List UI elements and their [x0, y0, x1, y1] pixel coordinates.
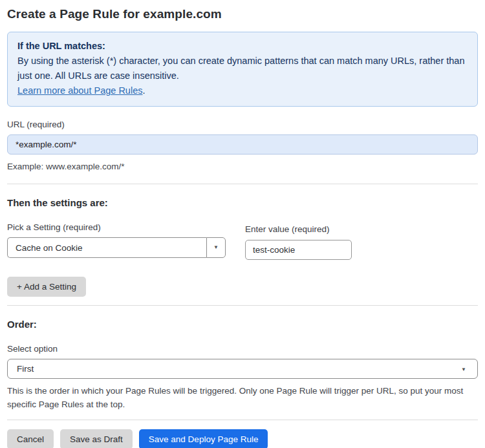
save-as-draft-button[interactable]: Save as Draft: [60, 429, 133, 448]
chevron-down-icon: ▼: [461, 367, 466, 372]
add-setting-button[interactable]: + Add a Setting: [7, 277, 86, 297]
setting-value-label: Enter value (required): [245, 224, 352, 234]
page-title: Create a Page Rule for example.com: [7, 0, 478, 21]
setting-dropdown-arrow-button[interactable]: ▼: [206, 237, 226, 258]
url-example-text: Example: www.example.com/*: [7, 160, 478, 173]
url-field-label: URL (required): [7, 120, 478, 129]
chevron-down-icon: ▼: [213, 245, 219, 250]
setting-picker-label: Pick a Setting (required): [7, 222, 226, 232]
info-box-heading: If the URL matches:: [17, 39, 468, 54]
order-select[interactable]: First ▼: [7, 359, 478, 379]
cancel-button[interactable]: Cancel: [7, 429, 54, 448]
link-period: .: [142, 85, 145, 96]
setting-dropdown-value[interactable]: Cache on Cookie: [7, 237, 206, 258]
url-match-info-box: If the URL matches: By using the asteris…: [7, 32, 478, 107]
divider-before-actions: [7, 420, 478, 420]
learn-more-link[interactable]: Learn more about Page Rules: [17, 85, 142, 96]
setting-picker-column: Pick a Setting (required) Cache on Cooki…: [7, 222, 226, 260]
setting-value-column: Enter value (required): [245, 222, 352, 260]
setting-dropdown[interactable]: Cache on Cookie ▼: [7, 237, 226, 258]
order-select-label: Select option: [7, 344, 478, 354]
order-section-heading: Order:: [7, 319, 478, 330]
save-and-deploy-button[interactable]: Save and Deploy Page Rule: [139, 429, 268, 448]
divider-after-url: [7, 184, 478, 184]
settings-row: Pick a Setting (required) Cache on Cooki…: [7, 222, 478, 260]
info-box-body: By using the asterisk (*) character, you…: [17, 54, 468, 83]
actions-row: Cancel Save as Draft Save and Deploy Pag…: [7, 429, 478, 448]
url-input[interactable]: [7, 134, 478, 155]
add-setting-wrap: + Add a Setting: [7, 277, 478, 297]
divider-after-settings: [7, 305, 478, 306]
order-select-value: First: [17, 364, 34, 374]
order-help-text: This is the order in which your Page Rul…: [7, 384, 478, 411]
settings-section-heading: Then the settings are:: [7, 197, 478, 208]
setting-value-input[interactable]: [245, 240, 352, 260]
info-box-link-line: Learn more about Page Rules.: [17, 83, 468, 98]
